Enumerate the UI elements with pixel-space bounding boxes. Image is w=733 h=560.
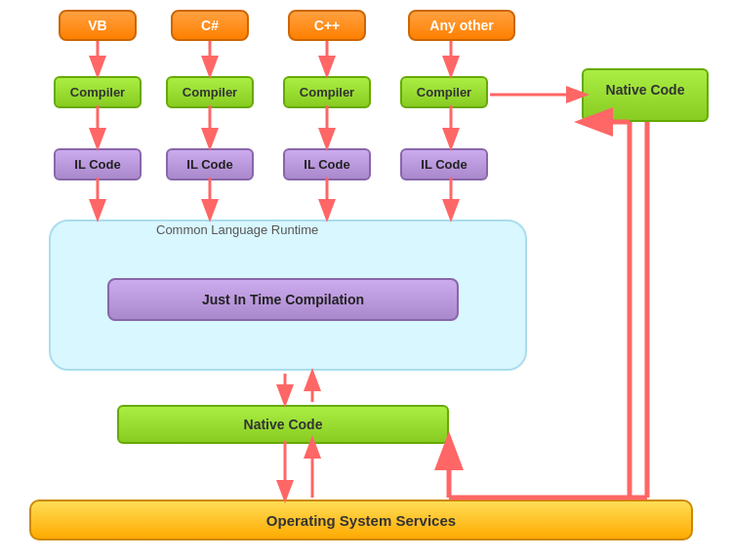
diagram: VB C# C++ Any other Compiler Compiler Co… — [0, 0, 733, 560]
il-code-3: IL Code — [283, 148, 371, 180]
compiler-4: Compiler — [400, 76, 488, 108]
lang-cpp: C++ — [288, 10, 366, 41]
lang-other: Any other — [408, 10, 515, 41]
native-code-bottom: Native Code — [117, 405, 449, 444]
jit-box: Just In Time Compilation — [107, 278, 459, 321]
clr-label: Common Language Runtime — [156, 222, 318, 237]
lang-vb: VB — [59, 10, 137, 41]
il-code-2: IL Code — [166, 148, 254, 180]
compiler-2: Compiler — [166, 76, 254, 108]
il-code-1: IL Code — [54, 148, 142, 180]
native-code-right: Native Code — [582, 68, 709, 122]
os-bar: Operating System Services — [29, 500, 693, 540]
compiler-3: Compiler — [283, 76, 371, 108]
il-code-4: IL Code — [400, 148, 488, 180]
lang-cs: C# — [171, 10, 249, 41]
compiler-1: Compiler — [54, 76, 142, 108]
